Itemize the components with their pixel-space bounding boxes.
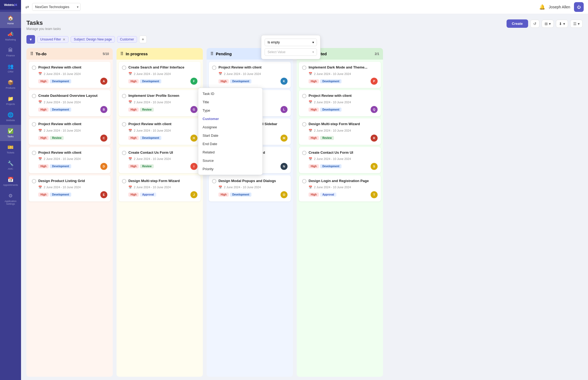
sidebar-item-finance[interactable]: 🏛 Finance: [0, 44, 21, 60]
dropdown-item-related[interactable]: Related: [198, 148, 262, 156]
tag-review: Review: [140, 108, 153, 112]
sidebar: Webtrix24 🏠 Home 📣 Marketing 🏛 Finance 👥…: [0, 0, 21, 380]
task-title: Project Review with client: [38, 150, 107, 155]
task-card[interactable]: Create Search and Filter Interface 📅 2 J…: [119, 62, 201, 88]
dropdown-item-type[interactable]: Type: [198, 106, 262, 115]
calendar-icon: 📅: [38, 100, 42, 104]
dropdown-item-task-id[interactable]: Task ID: [198, 90, 262, 98]
condition-value-select[interactable]: Select Value ▾: [265, 48, 317, 56]
sidebar-item-projects[interactable]: 📁 Projects: [0, 93, 21, 109]
remove-unsaved-filter-icon[interactable]: ✕: [63, 37, 66, 42]
task-card[interactable]: Design Product Listing Grid 📅 2 June 202…: [29, 175, 111, 201]
home-icon: 🏠: [8, 15, 13, 21]
sidebar-item-marketing[interactable]: 📣 Marketing: [0, 28, 21, 44]
refresh-button[interactable]: ↺: [530, 20, 539, 28]
task-checkbox[interactable]: [302, 122, 306, 126]
task-checkbox[interactable]: [32, 179, 36, 183]
download-button[interactable]: ⬇ ▾: [556, 20, 568, 28]
task-checkbox[interactable]: [122, 66, 126, 70]
task-card[interactable]: Project Review with client 📅 2 June 2024…: [209, 62, 291, 88]
tag-review: Review: [50, 136, 63, 140]
subject-filter-tag[interactable]: Subject: Design New page: [71, 36, 115, 43]
task-card[interactable]: Design Login and Registration Page 📅 2 J…: [299, 175, 381, 201]
task-checkbox[interactable]: [122, 122, 126, 126]
task-checkbox[interactable]: [32, 66, 36, 70]
sidebar-item-tasks[interactable]: ✅ Tasks: [0, 125, 21, 141]
dropdown-item-customer[interactable]: Customer: [198, 115, 262, 123]
task-card[interactable]: Project Review with client 📅 2 June 2024…: [119, 118, 201, 145]
sidebar-item-appointments[interactable]: 📅 Appointments: [0, 173, 21, 190]
task-card[interactable]: Design Multi-step Form Wizard 📅 2 June 2…: [299, 118, 381, 145]
task-card[interactable]: Create Contact Us Form UI 📅 2 June 2024 …: [299, 147, 381, 173]
task-card[interactable]: Create Contact Us Form UI 📅 2 June 2024 …: [119, 147, 201, 173]
condition-is-empty-select[interactable]: Is empty ▾: [265, 39, 317, 46]
filter-button[interactable]: ▼: [26, 35, 35, 44]
column-inprogress: ⠿ In progress Create Search and Filter I…: [117, 48, 203, 377]
task-card[interactable]: Design Multi-step Form Wizard 📅 2 June 2…: [119, 175, 201, 201]
task-card[interactable]: Implement Dark Mode and Theme... 📅 2 Jun…: [299, 62, 381, 88]
sidebar-item-products[interactable]: 📦 Products: [0, 76, 21, 93]
task-card[interactable]: Create Dashboard Overview Layout 📅 2 Jun…: [29, 90, 111, 116]
calendar-icon: 📅: [38, 186, 42, 189]
dropdown-item-priority[interactable]: Priority: [198, 165, 262, 173]
task-checkbox[interactable]: [122, 94, 126, 98]
dropdown-item-assignee[interactable]: Assignee: [198, 123, 262, 131]
dropdown-item-start-date[interactable]: Start Date: [198, 131, 262, 140]
avatar-image: I: [190, 163, 197, 170]
sidebar-item-home[interactable]: 🏠 Home: [0, 12, 21, 28]
task-checkbox[interactable]: [32, 122, 36, 126]
sidebar-item-settings[interactable]: ⚙ Application Settings: [0, 190, 21, 208]
task-checkbox[interactable]: [122, 151, 126, 155]
create-button[interactable]: Create: [507, 19, 528, 28]
avatar: K: [281, 78, 288, 85]
column-todo: ⠿ To-do 5/10 Project Review with client …: [26, 48, 113, 377]
dropdown-item-title[interactable]: Title: [198, 98, 262, 106]
add-filter-button[interactable]: +: [139, 36, 147, 43]
task-card[interactable]: Project Review with client 📅 2 June 2024…: [29, 62, 111, 88]
task-checkbox[interactable]: [302, 151, 306, 155]
dropdown-item-end-date[interactable]: End Date: [198, 140, 262, 148]
task-checkbox[interactable]: [302, 179, 306, 183]
task-checkbox[interactable]: [212, 179, 216, 183]
customer-filter-tag[interactable]: Customer: [117, 36, 137, 43]
sidebar-item-crm[interactable]: 👥 CRM: [0, 60, 21, 76]
avatar: T: [371, 191, 378, 198]
customer-label: Customer: [203, 117, 219, 121]
page-header: Tasks Manage you team tasks Create ↺ ⊞ ▾…: [26, 19, 583, 31]
swap-icon[interactable]: ⇄: [25, 4, 29, 9]
task-card[interactable]: Project Review with client 📅 2 June 2024…: [29, 118, 111, 145]
task-card[interactable]: Project Review with client 📅 2 June 2024…: [29, 147, 111, 173]
sidebar-item-website[interactable]: 🌐 Website: [0, 109, 21, 125]
avatar-image: D: [100, 163, 107, 170]
task-checkbox[interactable]: [302, 66, 306, 70]
bell-icon[interactable]: 🔔: [539, 4, 545, 10]
calendar-icon: 📅: [38, 129, 42, 132]
task-checkbox[interactable]: [122, 179, 126, 183]
related-label: Related: [203, 150, 215, 154]
task-title: Implement Dark Mode and Theme...: [309, 65, 378, 70]
task-checkbox[interactable]: [302, 94, 306, 98]
task-title: Project Review with client: [309, 93, 378, 98]
logo: Webtrix24: [0, 0, 21, 10]
column-body-inprogress: Create Search and Filter Interface 📅 2 J…: [117, 60, 203, 377]
sidebar-item-amc[interactable]: 🔧 AMC: [0, 157, 21, 173]
unsaved-filter-tag[interactable]: Unsaved Filter ✕: [37, 36, 69, 43]
finance-icon: 🏛: [8, 47, 13, 53]
task-date: 2 June 2024 - 10 June 2024: [134, 72, 171, 76]
page-title-block: Tasks Manage you team tasks: [26, 19, 61, 31]
task-card[interactable]: Project Review with client 📅 2 June 2024…: [299, 90, 381, 116]
task-title: Design Login and Registration Page: [309, 179, 378, 183]
task-card[interactable]: Implement User Profile Screen 📅 2 June 2…: [119, 90, 201, 116]
dropdown-item-source[interactable]: Source: [198, 156, 262, 165]
list-view-button[interactable]: ☰ ▾: [570, 20, 583, 28]
power-button[interactable]: ⏻: [574, 2, 584, 12]
company-select[interactable]: NexGen Technologies: [32, 3, 81, 11]
sidebar-item-tickets[interactable]: 🎫 Tickets: [0, 141, 21, 157]
task-checkbox[interactable]: [32, 151, 36, 155]
task-card[interactable]: Design Modal Popups and Dialogs 📅 2 June…: [209, 175, 291, 201]
task-checkbox[interactable]: [32, 94, 36, 98]
view-toggle-button[interactable]: ⊞ ▾: [542, 20, 554, 28]
tag-development: Development: [230, 193, 251, 197]
crm-icon: 👥: [8, 63, 13, 69]
task-checkbox[interactable]: [212, 66, 216, 70]
